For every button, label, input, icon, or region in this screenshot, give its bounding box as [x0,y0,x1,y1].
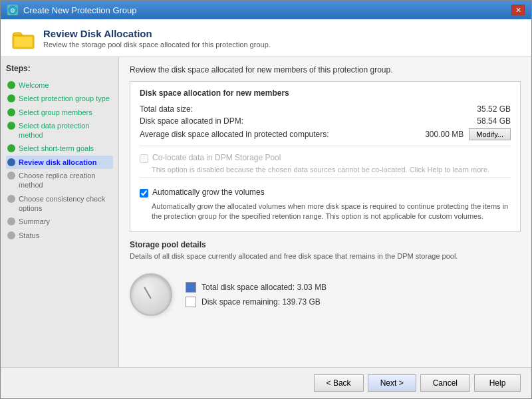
storage-section-title: Storage pool details [130,240,521,249]
footer: < Back Next > Cancel Help [1,367,531,398]
sidebar-label-group-members: Select group members [19,108,92,117]
sidebar-label-status: Status [19,231,39,240]
sidebar-label-consistency: Choose consistency check options [19,194,112,213]
cancel-button[interactable]: Cancel [420,374,470,392]
colocate-checkbox[interactable] [140,154,148,163]
sidebar-item-summary[interactable]: Summary [6,215,113,228]
sidebar-label-protection-group-type: Select protection group type [19,94,110,103]
svg-text:⚙: ⚙ [10,7,15,14]
divider-2 [140,178,511,178]
header-text: Review Disk Allocation Review the storag… [43,28,271,49]
page-description: Review the storage pool disk space alloc… [43,41,271,49]
sidebar-label-summary: Summary [19,217,50,226]
total-data-size-label: Total data size: [140,104,193,114]
step-dot-consistency [7,195,15,203]
avg-disk-space-row: Average disk space allocated in protecte… [140,127,511,142]
storage-gauge [130,273,172,316]
next-button[interactable]: Next > [368,374,416,392]
colocate-disabled-text: This option is disabled because the chos… [152,166,511,174]
sidebar-item-group-members[interactable]: Select group members [6,106,113,119]
storage-section: Storage pool details Details of all disk… [130,240,521,321]
gauge-needle [144,287,152,299]
sidebar-item-replica-creation[interactable]: Choose replica creation method [6,169,113,192]
sidebar-item-data-protection-method[interactable]: Select data protection method [6,119,113,142]
step-dot-status [7,231,15,239]
auto-grow-row: Automatically grow the volumes [140,185,511,200]
storage-section-desc: Details of all disk space currently allo… [130,252,521,260]
sidebar-item-short-term-goals[interactable]: Select short-term goals [6,142,113,155]
legend-allocated-label: Total disk space allocated: 3.03 MB [201,283,327,292]
gauge-row: Total disk space allocated: 3.03 MB Disk… [130,268,521,321]
legend-item-allocated: Total disk space allocated: 3.03 MB [186,282,327,293]
auto-grow-desc: Automatically grow the allocated volumes… [152,201,511,222]
sidebar-label-review-disk: Review disk allocation [19,158,96,167]
colocate-label: Co-locate data in DPM Storage Pool [152,153,281,162]
step-dot-replica [7,172,15,180]
page-title: Review Disk Allocation [43,28,271,39]
sidebar-label-welcome: Welcome [19,80,49,90]
auto-grow-checkbox[interactable] [140,189,148,198]
disk-space-section-title: Disk space allocation for new members [140,88,511,98]
sidebar: Steps: Welcome Select protection group t… [1,57,119,367]
sidebar-label-data-protection: Select data protection method [19,121,112,140]
sidebar-label-short-term: Select short-term goals [19,144,94,153]
content-area: Review the disk space allocated for new … [119,57,531,367]
sidebar-item-protection-group-type[interactable]: Select protection group type [6,92,113,105]
auto-grow-section: Automatically grow the volumes Automatic… [140,182,511,225]
total-data-size-row: Total data size: 35.52 GB [140,103,511,115]
legend-item-remaining: Disk space remaining: 139.73 GB [186,297,327,307]
disk-allocated-label: Disk space allocated in DPM: [140,116,243,126]
sidebar-label-replica: Choose replica creation method [19,171,112,190]
step-dot-group-members [7,108,15,116]
disk-allocated-value: 58.54 GB [477,116,511,126]
sidebar-item-review-disk[interactable]: Review disk allocation [6,156,113,169]
total-data-size-value: 35.52 GB [477,104,511,114]
title-bar: ⚙ Create New Protection Group ✕ [1,1,531,19]
divider-1 [140,146,511,146]
auto-grow-label: Automatically grow the volumes [152,188,265,197]
back-button[interactable]: < Back [314,374,364,392]
legend-remaining-label: Disk space remaining: 139.73 GB [201,297,321,307]
sidebar-title: Steps: [6,64,113,73]
sidebar-item-status[interactable]: Status [6,229,113,242]
avg-disk-space-value: 300.00 MB [425,130,464,139]
header-area: Review Disk Allocation Review the storag… [1,19,531,57]
app-icon: ⚙ [7,5,18,15]
step-dot-data-protection [7,122,15,130]
colocate-row: Co-locate data in DPM Storage Pool [140,150,511,166]
modify-button[interactable]: Modify... [469,128,511,140]
close-button[interactable]: ✕ [511,5,525,15]
title-bar-left: ⚙ Create New Protection Group [7,5,137,15]
legend-color-allocated [186,282,196,293]
content-intro: Review the disk space allocated for new … [130,65,521,74]
step-dot-review-disk [7,158,15,166]
sidebar-item-consistency-check[interactable]: Choose consistency check options [6,192,113,215]
disk-allocated-row: Disk space allocated in DPM: 58.54 GB [140,115,511,127]
help-button[interactable]: Help [474,374,521,392]
main-window: ⚙ Create New Protection Group ✕ Review D… [0,0,532,399]
header-icon [11,26,35,50]
step-dot-welcome [7,81,15,89]
legend-color-remaining [186,297,196,307]
step-dot-short-term [7,144,15,152]
avg-disk-right: 300.00 MB Modify... [425,128,511,140]
legend-items: Total disk space allocated: 3.03 MB Disk… [186,282,327,307]
step-dot-summary [7,217,15,225]
avg-disk-space-label: Average disk space allocated in protecte… [140,130,329,139]
window-title: Create New Protection Group [23,5,137,15]
svg-rect-3 [14,37,33,47]
sidebar-item-welcome[interactable]: Welcome [6,78,113,92]
step-dot-protection-group-type [7,94,15,102]
disk-space-section: Disk space allocation for new members To… [130,81,521,232]
main-content: Steps: Welcome Select protection group t… [1,57,531,367]
